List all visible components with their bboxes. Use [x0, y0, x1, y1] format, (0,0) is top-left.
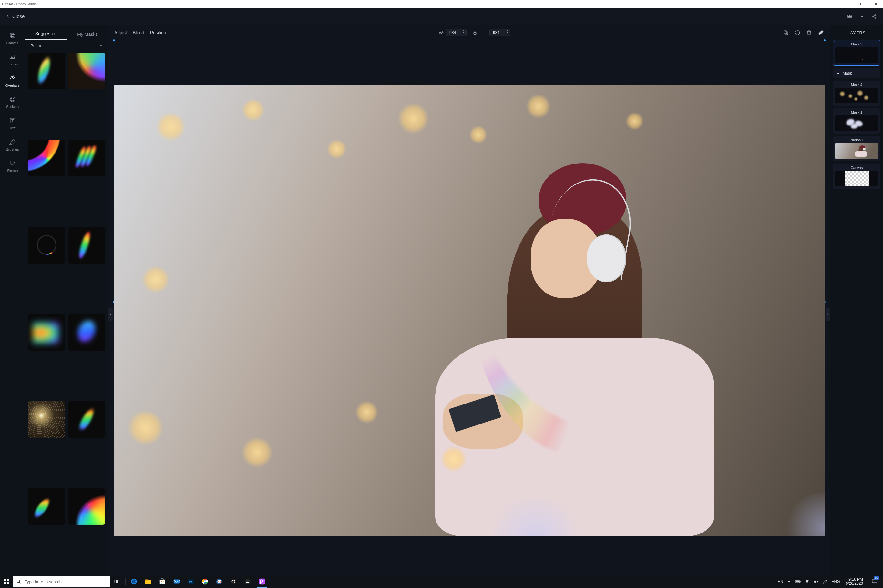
window-close-button[interactable] [869, 0, 883, 8]
taskbar-app-mail[interactable] [170, 575, 184, 588]
taskbar-app-generic-1[interactable]: 10 [212, 575, 226, 588]
window-minimize-button[interactable] [840, 0, 854, 8]
taskbar-app-chrome[interactable] [198, 575, 212, 588]
svg-rect-35 [163, 583, 164, 584]
rail-text[interactable]: Text [0, 114, 25, 134]
taskbar-search[interactable]: Type here to search [13, 576, 110, 587]
width-input[interactable]: 934▲▼ [446, 29, 466, 36]
svg-rect-16 [474, 32, 476, 34]
overlay-thumb[interactable] [29, 401, 65, 438]
overlay-thumb[interactable] [68, 488, 105, 525]
rail-sketch[interactable]: Sketch [0, 156, 25, 176]
reset-icon[interactable] [794, 30, 800, 36]
stickers-icon [9, 96, 16, 103]
overlay-thumb[interactable] [29, 227, 65, 264]
rail-overlays[interactable]: Overlays [0, 71, 25, 91]
duplicate-icon[interactable] [783, 30, 789, 36]
blend-button[interactable]: Blend [133, 30, 144, 35]
layer-mask-1[interactable]: Mask 1 [833, 108, 880, 134]
lock-aspect-icon[interactable] [472, 30, 477, 35]
tab-my-masks[interactable]: My Masks [67, 32, 108, 40]
overlay-thumb[interactable] [68, 140, 105, 176]
adjust-button[interactable]: Adjust [114, 30, 127, 35]
overlay-thumb[interactable] [68, 227, 105, 264]
layer-mask-2[interactable]: Mask 2 [833, 81, 880, 106]
delete-icon[interactable] [806, 30, 812, 36]
app-header: Close [0, 8, 883, 25]
task-view-button[interactable] [110, 575, 124, 588]
svg-point-10 [11, 56, 12, 57]
taskbar-app-edge[interactable] [127, 575, 141, 588]
layer-label: Mask 2 [851, 82, 862, 87]
overlay-thumb[interactable] [29, 52, 65, 89]
overlay-thumb[interactable] [68, 52, 105, 89]
layer-canvas[interactable]: Canvas [833, 164, 880, 189]
chevron-down-icon [99, 44, 103, 48]
rail-label: Images [6, 62, 18, 66]
svg-point-47 [245, 579, 251, 585]
tray-lang2[interactable]: ENG [832, 579, 840, 584]
svg-rect-21 [4, 582, 6, 584]
taskbar-app-generic-2[interactable] [226, 575, 241, 588]
rail-label: Canvas [6, 41, 18, 45]
svg-point-12 [11, 98, 12, 99]
rail-canvas[interactable]: Canvas [0, 28, 25, 48]
download-icon[interactable] [859, 14, 865, 20]
premium-crown-icon[interactable] [847, 14, 853, 20]
svg-rect-8 [11, 34, 15, 38]
taskbar-app-photoshop[interactable]: Ps [184, 575, 198, 588]
taskbar-app-explorer[interactable] [141, 575, 155, 588]
category-dropdown[interactable]: Prism [25, 40, 108, 51]
overlay-thumb[interactable] [29, 140, 65, 176]
taskbar-app-generic-3[interactable] [241, 575, 255, 588]
tray-volume-icon[interactable] [814, 579, 819, 584]
tray-battery-icon[interactable] [795, 580, 801, 584]
close-button[interactable]: Close [6, 14, 24, 19]
svg-rect-9 [10, 55, 15, 59]
search-icon [16, 579, 21, 584]
layer-label: Mask 1 [851, 110, 862, 114]
svg-line-24 [20, 582, 21, 584]
tray-clock[interactable]: 9:16 PM 6/26/2020 [844, 578, 865, 586]
overlay-thumb[interactable] [68, 401, 105, 438]
width-label: W: [439, 30, 444, 35]
resize-handle[interactable] [113, 39, 115, 42]
layer-label: Canvas [851, 166, 863, 170]
tray-chevron-up-icon[interactable] [787, 580, 791, 584]
layer-mask-3[interactable]: Mask 3 [833, 40, 880, 66]
overlay-thumb[interactable] [29, 488, 65, 525]
svg-point-54 [807, 583, 808, 584]
system-tray: EN ENG 9:16 PM 6/26/2020 27 [775, 575, 883, 588]
overlay-thumb[interactable] [68, 314, 105, 351]
resize-handle[interactable] [823, 39, 826, 42]
start-button[interactable] [0, 575, 13, 588]
tray-wifi-icon[interactable] [805, 579, 810, 584]
layer-photos-1[interactable]: Photos 1 [833, 136, 880, 161]
svg-rect-17 [784, 31, 787, 33]
height-input[interactable]: 934▲▼ [489, 29, 510, 36]
taskbar-app-picsart[interactable] [255, 575, 269, 588]
window-title: PicsArt - Photo Studio [2, 2, 37, 6]
rail-images[interactable]: Images [0, 50, 25, 70]
rail-brushes[interactable]: Brushes [0, 135, 25, 155]
stage-next-button[interactable]: › [826, 308, 830, 321]
mask-group-toggle[interactable]: Mask [833, 68, 880, 78]
tab-suggested[interactable]: Suggested [25, 31, 67, 40]
taskbar-app-store[interactable] [155, 575, 170, 588]
position-button[interactable]: Position [150, 30, 166, 35]
svg-rect-19 [4, 579, 6, 581]
stage-prev-button[interactable]: ‹ [108, 308, 113, 321]
window-maximize-button[interactable] [854, 0, 869, 8]
tray-lang1[interactable]: EN [778, 579, 783, 584]
overlay-thumb[interactable] [29, 314, 65, 351]
svg-rect-29 [145, 580, 148, 581]
text-icon [9, 117, 16, 124]
svg-rect-1 [861, 3, 863, 5]
canvas-stage[interactable]: ‹ › [108, 40, 830, 575]
tray-pen-icon[interactable] [823, 579, 828, 584]
rail-stickers[interactable]: Stickers [0, 92, 25, 112]
share-icon[interactable] [871, 14, 877, 20]
svg-rect-20 [7, 579, 9, 581]
action-center-button[interactable]: 27 [869, 575, 880, 588]
eraser-icon[interactable] [818, 29, 824, 36]
